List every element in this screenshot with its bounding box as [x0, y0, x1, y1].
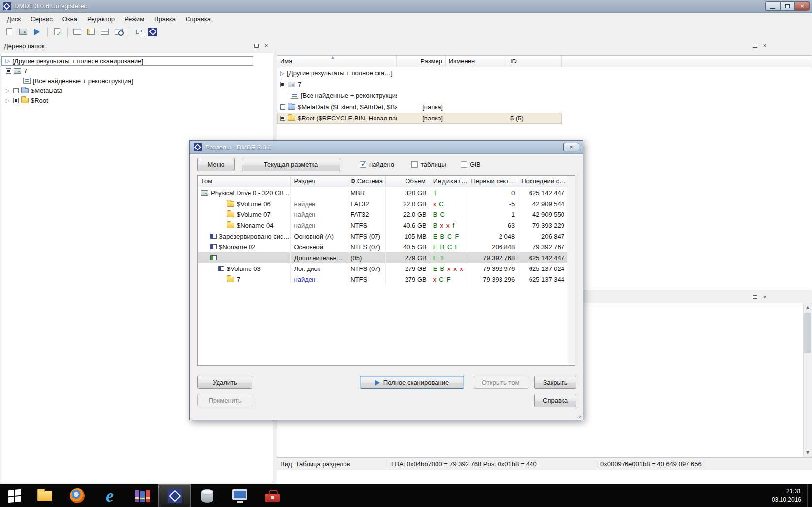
column-header-partition[interactable]: Раздел	[291, 176, 347, 187]
taskbar-firefox-button[interactable]	[61, 484, 94, 507]
taskbar-toolbox-button[interactable]	[256, 484, 288, 507]
file-row-volume-7[interactable]: 7	[277, 79, 562, 90]
reconstruction-icon	[291, 93, 298, 99]
menu-mode[interactable]: Режим	[120, 14, 149, 24]
taskbar-database-button[interactable]	[191, 484, 223, 507]
partition-row-reserved[interactable]: Зарезервировано сис… Основной (A) NTFS (…	[198, 231, 568, 241]
windows-cascade-button[interactable]	[132, 26, 145, 38]
tree-item-root[interactable]: ▷ $Root	[1, 95, 273, 105]
column-header-last-sector[interactable]: Последний с…	[518, 176, 568, 187]
start-button[interactable]	[0, 484, 29, 507]
apply-button[interactable]: Применить	[197, 394, 252, 407]
partition-row-noname02[interactable]: $Noname 02 Основной NTFS (07) 40.5 GB EB…	[198, 241, 568, 252]
close-dialog-button[interactable]: Закрыть	[534, 376, 576, 389]
taskbar-dmde-button[interactable]	[158, 484, 191, 507]
log-check-button[interactable]	[51, 26, 63, 38]
partition-row-volume07[interactable]: $Volume 07 найден FAT32 22.0 GB BC 1 42 …	[198, 209, 568, 220]
checkbox-found[interactable]: найдено	[360, 158, 394, 171]
partition-row-volume06[interactable]: $Volume 06 найден FAT32 22.0 GB xC -5 42…	[198, 198, 568, 209]
expand-arrow-icon[interactable]: ▷	[6, 98, 11, 103]
current-layout-button[interactable]: Текущая разметка	[242, 158, 340, 171]
column-header-size[interactable]: Размер	[397, 56, 446, 67]
restore-icon	[785, 4, 790, 8]
scrollbar-thumb[interactable]	[804, 313, 811, 353]
file-row-root[interactable]: $Root ($RECYCLE.BIN, Новая папка… [папка…	[277, 113, 562, 124]
restore-button[interactable]	[780, 1, 795, 11]
checkbox-partial[interactable]	[280, 116, 285, 121]
column-header-filler	[562, 56, 812, 67]
checkbox-partial[interactable]	[6, 68, 11, 74]
panel-close-button[interactable]: ×	[761, 294, 769, 300]
column-header-indicators[interactable]: Индикат…	[430, 176, 468, 187]
minimize-button[interactable]	[765, 1, 780, 11]
tree-item-other-results[interactable]: ▷ [Другие результаты + полное сканирован…	[1, 56, 253, 66]
partition-table-scrollbar[interactable]	[568, 176, 575, 365]
partition-table-header: Том Раздел Ф.Система Объем Индикат… Перв…	[198, 176, 568, 187]
partition-row-noname04[interactable]: $Noname 04 найден NTFS 40.6 GB Bxxf 63 7…	[198, 220, 568, 231]
partition-row-found-7[interactable]: 7 найден NTFS 279 GB xCF 79 393 296 625 …	[198, 274, 568, 285]
delete-button[interactable]: Удалить	[197, 376, 252, 389]
taskbar-clock[interactable]: 21:31 03.10.2016	[772, 487, 807, 505]
resize-grip[interactable]	[576, 413, 581, 418]
full-scan-button[interactable]: Полное сканирование	[360, 376, 464, 389]
taskbar-ie-button[interactable]: e	[94, 484, 126, 507]
panel-close-button[interactable]: ×	[761, 42, 769, 49]
help-button[interactable]: Справка	[534, 394, 576, 407]
menu-help[interactable]: Справка	[181, 14, 216, 24]
vertical-scrollbar[interactable]: ▲ ▼	[803, 303, 812, 457]
column-header-first-sector[interactable]: Первый сект…	[468, 176, 519, 187]
taskbar-explorer-button[interactable]	[29, 484, 61, 507]
file-row-metadata[interactable]: $MetaData ($Extend, $AttrDef, $Ba… [папк…	[277, 101, 562, 113]
column-header-size[interactable]: Объем	[386, 176, 430, 187]
menu-service[interactable]: Сервис	[26, 14, 58, 24]
dialog-close-button[interactable]: ×	[563, 143, 579, 151]
panel-float-button[interactable]	[751, 294, 759, 300]
file-row-other-results[interactable]: ▷ [Другие результаты + полное ска…]	[277, 67, 562, 79]
show-desktop-button[interactable]	[807, 484, 812, 507]
scroll-up-button[interactable]: ▲	[804, 303, 812, 312]
column-header-modified[interactable]: Изменен	[446, 56, 507, 67]
checkbox-gib[interactable]: GiB	[461, 158, 481, 171]
column-header-name[interactable]: Имя ▲	[277, 56, 397, 67]
checkbox-partial[interactable]	[13, 98, 19, 103]
tree-item-label: 7	[24, 67, 27, 75]
column-header-filesystem[interactable]: Ф.Система	[347, 176, 386, 187]
partition-row-extended[interactable]: Дополнительн… (05) 279 GB ET 79 392 768 …	[198, 252, 568, 263]
file-row-all-found[interactable]: [Все найденные + реконструкция]	[277, 90, 562, 101]
view-list-button[interactable]	[98, 26, 111, 38]
expand-arrow-icon[interactable]: ▷	[6, 88, 11, 93]
tree-item-volume-7[interactable]: 7	[1, 66, 273, 76]
checkbox-partial[interactable]	[280, 82, 285, 87]
device-list-button[interactable]	[17, 26, 30, 38]
open-disk-button[interactable]	[3, 26, 16, 38]
continue-scan-button[interactable]	[31, 26, 43, 38]
menu-button[interactable]: Меню	[197, 158, 235, 171]
view-search-button[interactable]	[112, 26, 125, 38]
view-columns-button[interactable]	[71, 26, 84, 38]
panel-float-button[interactable]	[252, 42, 260, 49]
column-header-volume[interactable]: Том	[198, 176, 291, 187]
menu-disk[interactable]: Диск	[2, 14, 26, 24]
panel-float-button[interactable]	[751, 42, 759, 49]
taskbar-computer-button[interactable]	[223, 484, 256, 507]
checkbox-tables[interactable]: таблицы	[411, 158, 446, 171]
open-volume-button[interactable]: Открыть том	[473, 376, 528, 389]
close-button[interactable]: ×	[795, 1, 810, 11]
tree-item-all-found[interactable]: [Все найденные + реконструкция]	[1, 76, 273, 86]
column-header-id[interactable]: ID	[507, 56, 562, 67]
about-dmde-button[interactable]	[146, 26, 159, 38]
menu-windows[interactable]: Окна	[58, 14, 82, 24]
checkbox-empty[interactable]	[13, 88, 19, 93]
checkbox-empty[interactable]	[280, 104, 285, 110]
partition-row-volume03[interactable]: $Volume 03 Лог. диск NTFS (07) 279 GB EB…	[198, 263, 568, 274]
menu-editor[interactable]: Редактор	[82, 14, 120, 24]
panel-close-button[interactable]: ×	[262, 42, 270, 49]
results-triangle-icon: ▷	[280, 70, 284, 76]
view-marked-button[interactable]	[85, 26, 97, 38]
taskbar-winrar-button[interactable]	[126, 484, 158, 507]
scroll-down-button[interactable]: ▼	[804, 448, 812, 457]
file-name: $MetaData ($Extend, $AttrDef, $Ba…	[298, 103, 397, 111]
menu-edit[interactable]: Правка	[149, 14, 181, 24]
tree-item-metadata[interactable]: ▷ $MetaData	[1, 86, 273, 95]
partition-row-drive[interactable]: Physical Drive 0 - 320 GB … MBR 320 GB T…	[198, 187, 568, 198]
